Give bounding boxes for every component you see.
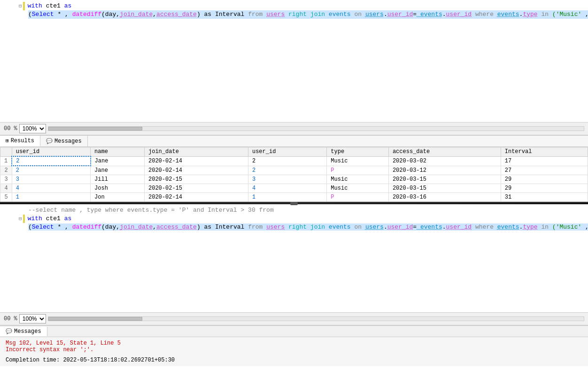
results-icon-1: ⊞ bbox=[6, 138, 9, 144]
str-music-2: ('Music' bbox=[552, 223, 581, 231]
th-join-date: join_date bbox=[145, 147, 248, 157]
tab-messages-1[interactable]: 💬 Messages bbox=[40, 136, 88, 146]
kw-from-1: from bbox=[248, 11, 266, 18]
code-comment-line: --select name , type where events.type =… bbox=[0, 206, 588, 215]
eq-2: = bbox=[413, 223, 417, 231]
table-cell: 2020-02-14 bbox=[145, 156, 248, 166]
table-cell: 29 bbox=[501, 175, 588, 184]
messages-panel-2: 💬 Messages Msg 102, Level 15, State 1, L… bbox=[0, 325, 588, 366]
fn-args-close: ) bbox=[197, 11, 201, 18]
kw-select-2: Select bbox=[32, 223, 54, 231]
selected-code-2: (Select * , datediff(day,join_date,acces… bbox=[28, 223, 588, 231]
table-cell: 1 bbox=[12, 193, 90, 202]
pane-divider[interactable] bbox=[0, 203, 588, 204]
table-cell: 2 bbox=[12, 156, 90, 166]
col-user-id-1: user_id bbox=[387, 11, 413, 18]
kw-in-1: in bbox=[538, 11, 552, 18]
code-content-1: with cte1 as bbox=[27, 2, 588, 10]
code-line-with-2: ⊟ with cte1 as bbox=[0, 215, 588, 223]
star-1: * , bbox=[54, 11, 72, 18]
divider-handle bbox=[290, 202, 298, 205]
selected-code-line: (Select * , datediff(day,join_date,acces… bbox=[28, 10, 588, 19]
dot-4: . bbox=[384, 223, 387, 231]
results-tabs-1: ⊞ Results 💬 Messages bbox=[0, 136, 588, 147]
paren-open-2: ( bbox=[28, 223, 32, 231]
bottom-bar-2: 00 % 100% bbox=[0, 312, 588, 325]
scrollbar-track-1[interactable] bbox=[48, 126, 584, 131]
code-line-1: ⊟ with cte1 as bbox=[0, 2, 588, 10]
error-line-1: Msg 102, Level 15, State 1, Line 5 bbox=[6, 340, 582, 346]
th-name: name bbox=[91, 147, 145, 157]
ref-events-uid-1: events bbox=[417, 11, 442, 18]
table-cell: P bbox=[327, 193, 389, 202]
table-cell: 4 bbox=[12, 184, 90, 193]
th-user-id-2: user_id bbox=[248, 147, 326, 157]
collapse-icon-2[interactable]: ⊟ bbox=[19, 215, 22, 223]
keyword-with-2: with bbox=[28, 215, 42, 222]
kw-as-1: as bbox=[201, 11, 215, 18]
msg-tab-messages-2[interactable]: 💬 Messages bbox=[0, 327, 47, 336]
alias-interval-2: Interval bbox=[215, 223, 248, 231]
ref-users-uid-1: users bbox=[365, 11, 384, 18]
yellow-bar-3 bbox=[23, 215, 25, 223]
zoom-label-1: 00 % bbox=[4, 125, 17, 132]
comma-1: , bbox=[153, 11, 156, 18]
zoom-dropdown-2[interactable]: 100% bbox=[19, 314, 46, 323]
table-cell: Music bbox=[327, 156, 389, 166]
keyword-as-2: as bbox=[64, 215, 72, 222]
col-type-1: type bbox=[523, 11, 537, 18]
th-user-id: user_id bbox=[12, 147, 90, 157]
zoom-dropdown-1[interactable]: 100% bbox=[19, 124, 46, 133]
code-content-select-2: (Select * , datediff(day,join_date,acces… bbox=[27, 223, 588, 231]
table-cell: 2020-02-15 bbox=[145, 175, 248, 184]
error-line-2: Incorrect syntax near ';'. bbox=[6, 346, 582, 353]
eq-1: = bbox=[413, 11, 417, 18]
code-line-select-2: (Select * , datediff(day,join_date,acces… bbox=[0, 223, 588, 231]
scrollbar-track-2[interactable] bbox=[48, 316, 584, 321]
pane2: --select name , type where events.type =… bbox=[0, 204, 588, 366]
messages-icon-1: 💬 bbox=[46, 138, 53, 144]
table-row: 44Josh2020-02-154Music2020-03-1529 bbox=[0, 184, 588, 193]
table-row: 33Jill2020-02-153Music2020-03-1529 bbox=[0, 175, 588, 184]
col-join-date-2: join_date bbox=[120, 223, 153, 231]
col-join-date-1: join_date bbox=[120, 11, 153, 18]
error-text-2: Incorrect syntax near ';'. bbox=[6, 346, 93, 353]
table-cell: 29 bbox=[501, 184, 588, 193]
col-user-id-4: user_id bbox=[446, 223, 472, 231]
row-number: 5 bbox=[0, 193, 12, 202]
tbl-users-1: users bbox=[266, 11, 285, 18]
collapse-icon-1[interactable]: ⊟ bbox=[19, 2, 22, 10]
zoom-label-2: 00 % bbox=[4, 316, 17, 322]
dot-1: . bbox=[384, 11, 387, 18]
table-cell: 3 bbox=[248, 175, 326, 184]
table-cell: 27 bbox=[501, 166, 588, 175]
table-cell: 17 bbox=[501, 156, 588, 166]
results-tab-label-1: Results bbox=[11, 138, 34, 144]
table-cell: 2020-03-15 bbox=[388, 184, 501, 193]
th-access-date: access_date bbox=[388, 147, 501, 157]
col-user-id-2: user_id bbox=[446, 11, 472, 18]
fn-args-open-2: (day, bbox=[101, 223, 120, 231]
row-number: 1 bbox=[0, 156, 12, 166]
table-cell: 2 bbox=[12, 166, 90, 175]
col-type-2: type bbox=[523, 223, 537, 231]
table-row: 51Jon2020-02-141P2020-03-1631 bbox=[0, 193, 588, 202]
table-cell: Music bbox=[327, 175, 389, 184]
kw-as-2: as bbox=[201, 223, 215, 231]
ref-events-2: events bbox=[417, 223, 442, 231]
dot-2: . bbox=[442, 11, 446, 18]
cte-name-2: cte1 bbox=[46, 215, 64, 222]
table-cell: 2020-03-15 bbox=[388, 175, 501, 184]
table-cell: 2 bbox=[248, 166, 326, 175]
table-cell: 3 bbox=[12, 175, 90, 184]
kw-select-1: Select bbox=[32, 11, 54, 18]
table-cell: Jill bbox=[91, 175, 145, 184]
table-cell: 4 bbox=[248, 184, 326, 193]
ref-events-type-2: events bbox=[497, 223, 519, 231]
dot-5: . bbox=[442, 223, 446, 231]
error-text-1: Msg 102, Level 15, State 1, Line 5 bbox=[6, 340, 121, 346]
table-cell: 2 bbox=[248, 156, 326, 166]
keyword-as-1: as bbox=[64, 2, 72, 9]
tab-results-1[interactable]: ⊞ Results bbox=[0, 136, 40, 146]
code-content-comment: --select name , type where events.type =… bbox=[27, 206, 588, 215]
